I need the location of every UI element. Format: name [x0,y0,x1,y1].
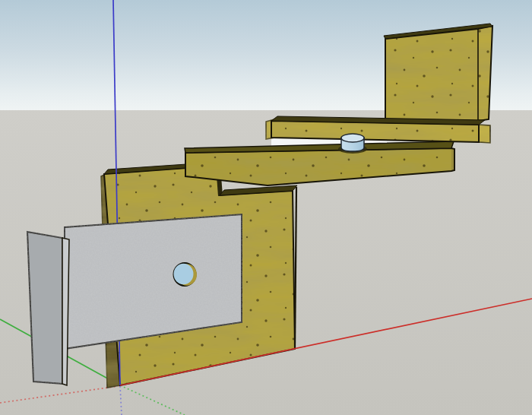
tall-panel-speckles [385,26,492,121]
scene-root [0,0,532,415]
sketchup-window [0,0,532,415]
top-board-right-end [479,125,490,143]
metal-flange-face [27,232,62,384]
peg-top-face [341,134,364,142]
plate-hole-peg [174,264,194,285]
sketchup-viewport[interactable] [0,0,532,415]
